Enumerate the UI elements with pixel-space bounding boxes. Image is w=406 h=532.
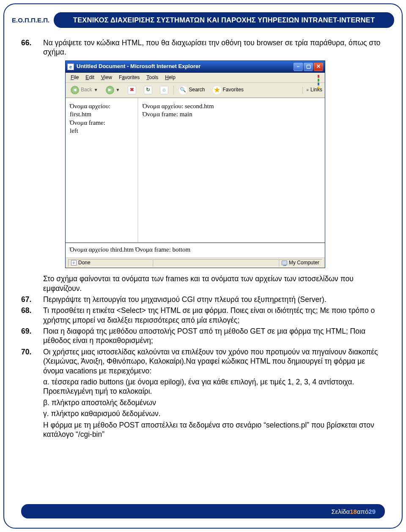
ie-icon: e [71, 260, 77, 266]
question-70: Οι χρήστες μιας ιστοσελίδας καλούνται να… [21, 347, 385, 439]
status-done: eDone [68, 259, 153, 267]
page-total: 29 [368, 508, 376, 515]
document-title: ΤΕΧΝΙΚΟΣ ΔΙΑΧΕΙΡΙΣΗΣ ΣΥΣΤΗΜΑΤΩΝ ΚΑΙ ΠΑΡΟ… [54, 12, 394, 28]
back-button[interactable]: ◄Back ▼ [68, 85, 101, 96]
frame-bottom-line: Όνομα αρχείου third.htm Όνομα frame: bot… [70, 246, 190, 253]
question-69: Ποια η διαφορά της μεθόδου αποστολής POS… [21, 326, 385, 346]
frame-left-line: left [70, 127, 133, 135]
maximize-button[interactable]: ▢ [304, 63, 313, 71]
question-70-b: β. πλήκτρο αποστολής δεδομένων [43, 398, 385, 407]
stop-button[interactable]: ✖ [125, 85, 139, 96]
frame-bottom: Όνομα αρχείου third.htm Όνομα frame: bot… [66, 242, 325, 258]
chevron-down-icon: ▼ [94, 88, 98, 93]
question-text: Ποια η διαφορά της μεθόδου αποστολής POS… [43, 327, 365, 345]
ie-app-icon: e [67, 63, 74, 70]
search-button[interactable]: 🔍Search [176, 85, 208, 96]
menu-tools[interactable]: Tools [143, 74, 162, 82]
question-list-2: Περιγράψτε τη λειτουργία του μηχανισμού … [21, 295, 385, 439]
question-67: Περιγράψτε τη λειτουργία του μηχανισμού … [21, 295, 385, 304]
frame-main-line: Όνομα frame: main [143, 110, 321, 118]
menu-help[interactable]: Help [162, 74, 179, 82]
favorites-label: Favorites [223, 87, 244, 93]
chevron-down-icon: ▼ [116, 88, 120, 93]
close-button[interactable]: ✕ [314, 63, 323, 71]
ie-toolbar: ◄Back ▼ ►▼ ✖ ↻ ⌂ 🔍Search ★Favorites » Li… [66, 83, 325, 98]
windows-logo-icon [314, 74, 323, 81]
search-label: Search [189, 87, 205, 93]
favorites-button[interactable]: ★Favorites [210, 85, 246, 96]
question-66-note: Στο σχήμα φαίνονται τα ονόματα των frame… [21, 274, 385, 293]
question-text: Περιγράψτε τη λειτουργία του μηχανισμού … [43, 295, 326, 304]
status-done-label: Done [78, 260, 91, 266]
status-zone: My Computer [279, 259, 322, 267]
content: Να γράψετε τον κώδικα HTML, που θα διαχω… [21, 38, 385, 441]
frame-left: Όνομα αρχείου: first.htm Όνομα frame: le… [66, 98, 138, 242]
menu-edit[interactable]: Edit [82, 74, 98, 82]
home-button[interactable]: ⌂ [157, 85, 171, 96]
ie-statusbar: eDone My Computer [66, 258, 325, 268]
frame-left-line: Όνομα frame: [70, 119, 133, 127]
frames-top-row: Όνομα αρχείου: first.htm Όνομα frame: le… [66, 98, 325, 242]
star-icon: ★ [213, 86, 221, 94]
refresh-button[interactable]: ↻ [141, 85, 155, 96]
ie-menubar: File Edit View Favorites Tools Help [66, 73, 325, 83]
question-68: Τι προσθέτει η ετικέτα <Select> της HTML… [21, 306, 385, 325]
footer: Σελίδα 18 από 29 [21, 504, 385, 518]
question-text: Οι χρήστες μιας ιστοσελίδας καλούνται να… [43, 348, 378, 375]
page-current: 18 [350, 508, 357, 515]
stop-icon: ✖ [128, 86, 136, 94]
forward-icon: ► [106, 86, 114, 94]
ie-titlebar: e Untitled Document - Microsoft Internet… [66, 61, 325, 73]
frame-main-line: Όνομα αρχείου: second.htm [143, 102, 321, 110]
question-list: Να γράψετε τον κώδικα HTML, που θα διαχω… [21, 38, 385, 268]
question-text: Τι προσθέτει η ετικέτα <Select> της HTML… [43, 306, 375, 324]
question-70-a: α. τέσσερα radio buttons (με όνομα epilo… [43, 377, 385, 396]
computer-icon [282, 261, 287, 265]
question-66: Να γράψετε τον κώδικα HTML, που θα διαχω… [21, 38, 385, 268]
ie-window-title: Untitled Document - Microsoft Internet E… [77, 63, 294, 70]
frame-left-line: Όνομα αρχείου: [70, 102, 133, 110]
page-label: Σελίδα [331, 508, 350, 515]
menu-view[interactable]: View [98, 74, 115, 82]
back-label: Back [81, 87, 92, 93]
home-icon: ⌂ [160, 86, 168, 94]
menu-file[interactable]: File [67, 74, 82, 82]
page-frame: Ε.Ο.Π.Π.Ε.Π. ΤΕΧΝΙΚΟΣ ΔΙΑΧΕΙΡΙΣΗΣ ΣΥΣΤΗΜ… [3, 3, 403, 529]
back-icon: ◄ [71, 86, 79, 94]
status-zone-label: My Computer [289, 260, 319, 266]
question-70-end: Η φόρμα με τη μέθοδο POST αποστέλλει τα … [43, 420, 385, 439]
refresh-icon: ↻ [144, 86, 152, 94]
ie-body: Όνομα αρχείου: first.htm Όνομα frame: le… [66, 98, 325, 258]
frame-main: Όνομα αρχείου: second.htm Όνομα frame: m… [138, 98, 325, 242]
links-label[interactable]: Links [310, 87, 322, 93]
separator [173, 85, 174, 95]
question-text: Να γράψετε τον κώδικα HTML, που θα διαχω… [43, 38, 381, 56]
org-label: Ε.Ο.Π.Π.Ε.Π. [12, 16, 49, 24]
links-area: » Links [302, 87, 322, 93]
header: Ε.Ο.Π.Π.Ε.Π. ΤΕΧΝΙΚΟΣ ΔΙΑΧΕΙΡΙΣΗΣ ΣΥΣΤΗΜ… [12, 10, 394, 30]
status-empty [153, 259, 279, 267]
minimize-button[interactable]: – [294, 63, 303, 71]
forward-button[interactable]: ►▼ [103, 85, 123, 96]
question-70-c: γ. πλήκτρο καθαρισμού δεδομένων. [43, 409, 385, 418]
menu-favorites[interactable]: Favorites [115, 74, 143, 82]
frame-left-line: first.htm [70, 110, 133, 118]
search-icon: 🔍 [179, 86, 187, 94]
ie-window: e Untitled Document - Microsoft Internet… [65, 60, 325, 268]
page-mid: από [357, 508, 368, 515]
chevron-right-icon[interactable]: » [306, 88, 309, 93]
